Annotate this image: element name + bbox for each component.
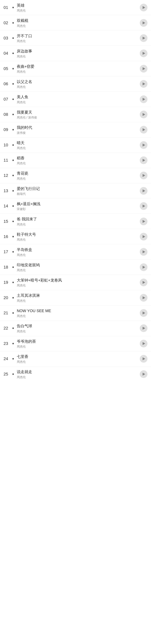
track-info: 我的时代 派伟俊 — [17, 125, 140, 134]
play-button[interactable] — [140, 80, 148, 88]
play-button[interactable] — [140, 218, 148, 225]
track-title: 美人鱼 — [17, 94, 140, 100]
track-number: 10 — [3, 143, 12, 147]
play-button[interactable] — [140, 294, 148, 302]
track-item: 25 说走就走 周杰伦 — [0, 366, 151, 382]
track-dot — [12, 175, 14, 176]
track-dot — [12, 251, 14, 252]
play-button[interactable] — [140, 355, 148, 362]
track-info: 美人鱼 周杰伦 — [17, 94, 140, 104]
play-button[interactable] — [140, 248, 148, 256]
play-button[interactable] — [140, 19, 148, 27]
track-artist: 派伟俊 — [17, 131, 140, 135]
play-button[interactable] — [140, 263, 148, 271]
play-button[interactable] — [140, 187, 148, 195]
track-title: 床边故事 — [17, 48, 140, 54]
track-title: 爱的飞行日记 — [17, 186, 140, 191]
play-button[interactable] — [140, 278, 148, 286]
track-artist: 周杰伦 — [17, 70, 140, 74]
track-item: 02 双截棍 周杰伦 — [0, 15, 151, 30]
play-button[interactable] — [140, 96, 148, 103]
play-button[interactable] — [140, 202, 148, 210]
play-button[interactable] — [140, 65, 148, 72]
track-item: 21 NOW YOU SEE ME 周杰伦 — [0, 306, 151, 321]
track-dot — [12, 328, 14, 329]
play-button[interactable] — [140, 309, 148, 317]
track-number: 25 — [3, 372, 12, 376]
track-dot — [12, 266, 14, 268]
play-button[interactable] — [140, 141, 148, 149]
play-icon — [143, 189, 145, 192]
track-item: 15 爸 我回来了 周杰伦 — [0, 214, 151, 229]
track-item: 20 土耳其冰淇淋 周杰伦 — [0, 290, 151, 305]
track-dot — [12, 312, 14, 314]
track-item: 08 我要夏天 周杰伦 / 派伟俊 — [0, 107, 151, 122]
play-button[interactable] — [140, 4, 148, 11]
track-dot — [12, 144, 14, 146]
track-artist: 周杰伦 — [17, 253, 140, 257]
play-icon — [143, 357, 145, 360]
track-title: 告白气球 — [17, 323, 140, 329]
track-number: 21 — [3, 311, 12, 315]
track-title: 爸 我回来了 — [17, 216, 140, 222]
play-button[interactable] — [140, 324, 148, 332]
track-number: 18 — [3, 265, 12, 269]
play-button[interactable] — [140, 370, 148, 378]
track-dot — [12, 7, 14, 8]
track-artist: 周杰伦 — [17, 268, 140, 272]
track-title: 说走就走 — [17, 369, 140, 374]
track-item: 14 枫+退后+搁浅 宋健彰 — [0, 198, 151, 214]
track-number: 08 — [3, 112, 12, 116]
play-button[interactable] — [140, 233, 148, 240]
track-title: 七里香 — [17, 354, 140, 359]
track-dot — [12, 374, 14, 375]
track-info: 土耳其冰淇淋 周杰伦 — [17, 293, 140, 302]
track-number: 01 — [3, 6, 12, 10]
track-number: 24 — [3, 357, 12, 361]
track-artist: 周杰伦 / 派伟俊 — [17, 116, 140, 119]
play-icon — [143, 220, 145, 223]
play-button[interactable] — [140, 126, 148, 134]
track-title: 土耳其冰淇淋 — [17, 293, 140, 298]
track-artist: 周杰伦 — [17, 299, 140, 303]
track-artist: 周杰伦 — [17, 146, 140, 150]
track-item: 09 我的时代 派伟俊 — [0, 122, 151, 137]
play-icon — [143, 312, 145, 314]
track-dot — [12, 343, 14, 344]
track-title: 印地安老斑鸠 — [17, 262, 140, 268]
track-number: 22 — [3, 326, 12, 330]
track-item: 13 爱的飞行日记 杨瑞代 — [0, 183, 151, 198]
track-title: 以父之名 — [17, 79, 140, 84]
play-button[interactable] — [140, 340, 148, 348]
play-icon — [143, 144, 145, 146]
play-icon — [143, 250, 145, 253]
track-title: 枫+退后+搁浅 — [17, 201, 140, 206]
play-button[interactable] — [140, 34, 148, 42]
track-title: 青花瓷 — [17, 170, 140, 176]
track-info: 床边故事 周杰伦 — [17, 48, 140, 58]
track-dot — [12, 160, 14, 161]
play-button[interactable] — [140, 50, 148, 57]
track-artist: 周杰伦 — [17, 284, 140, 287]
play-icon — [143, 67, 145, 70]
track-artist: 周杰伦 — [17, 161, 140, 165]
play-button[interactable] — [140, 172, 148, 179]
track-list: 01 英雄 周杰伦 02 双截棍 周杰伦 03 开不了口 — [0, 0, 151, 382]
track-item: 06 以父之名 周杰伦 — [0, 76, 151, 92]
track-number: 05 — [3, 66, 12, 71]
track-item: 22 告白气球 周杰伦 — [0, 321, 151, 336]
play-icon — [143, 266, 145, 269]
track-artist: 周杰伦 — [17, 330, 140, 333]
track-number: 20 — [3, 296, 12, 300]
track-title: 我要夏天 — [17, 110, 140, 115]
track-dot — [12, 129, 14, 130]
track-dot — [12, 236, 14, 237]
track-item: 05 夜曲+窃爱 周杰伦 — [0, 61, 151, 76]
track-item: 18 印地安老斑鸠 周杰伦 — [0, 260, 151, 275]
track-info: 稻香 周杰伦 — [17, 156, 140, 165]
play-button[interactable] — [140, 111, 148, 118]
track-artist: 周杰伦 — [17, 375, 140, 379]
play-button[interactable] — [140, 156, 148, 164]
play-icon — [143, 159, 145, 162]
track-number: 03 — [3, 36, 12, 40]
